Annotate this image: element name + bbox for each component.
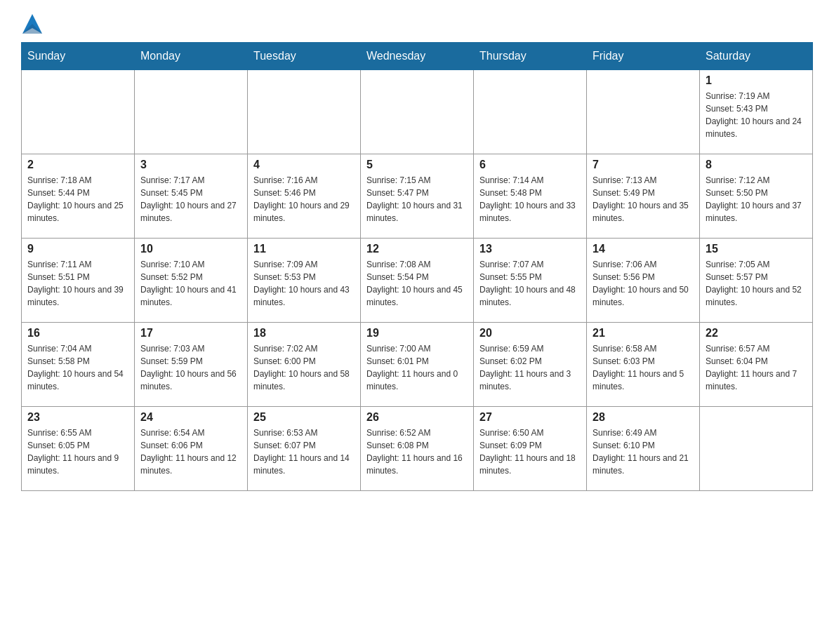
calendar-cell — [361, 70, 474, 154]
calendar-cell: 9Sunrise: 7:11 AM Sunset: 5:51 PM Daylig… — [22, 239, 135, 323]
day-number: 24 — [140, 411, 241, 424]
day-info: Sunrise: 7:17 AM Sunset: 5:45 PM Dayligh… — [140, 174, 241, 224]
calendar-week-1: 1Sunrise: 7:19 AM Sunset: 5:43 PM Daylig… — [22, 70, 813, 154]
day-number: 28 — [593, 411, 694, 424]
day-info: Sunrise: 7:07 AM Sunset: 5:55 PM Dayligh… — [479, 258, 581, 309]
day-number: 5 — [366, 159, 468, 171]
day-info: Sunrise: 7:00 AM Sunset: 6:01 PM Dayligh… — [366, 342, 468, 393]
calendar-cell: 24Sunrise: 6:54 AM Sunset: 6:06 PM Dayli… — [135, 407, 248, 491]
day-header-tuesday: Tuesday — [248, 43, 361, 70]
day-number: 9 — [27, 243, 128, 255]
calendar-cell — [135, 70, 248, 154]
calendar-cell: 27Sunrise: 6:50 AM Sunset: 6:09 PM Dayli… — [474, 407, 587, 491]
day-number: 13 — [479, 243, 581, 255]
calendar-cell: 28Sunrise: 6:49 AM Sunset: 6:10 PM Dayli… — [587, 407, 700, 491]
day-info: Sunrise: 6:55 AM Sunset: 6:05 PM Dayligh… — [27, 427, 128, 477]
day-header-monday: Monday — [135, 43, 248, 70]
day-info: Sunrise: 6:52 AM Sunset: 6:08 PM Dayligh… — [366, 427, 468, 477]
day-number: 1 — [706, 74, 807, 87]
day-info: Sunrise: 6:57 AM Sunset: 6:04 PM Dayligh… — [706, 342, 807, 393]
calendar-cell: 5Sunrise: 7:15 AM Sunset: 5:47 PM Daylig… — [361, 154, 474, 239]
day-number: 7 — [593, 159, 694, 171]
calendar-cell: 21Sunrise: 6:58 AM Sunset: 6:03 PM Dayli… — [587, 323, 700, 407]
day-info: Sunrise: 6:54 AM Sunset: 6:06 PM Dayligh… — [140, 427, 241, 477]
calendar-cell: 15Sunrise: 7:05 AM Sunset: 5:57 PM Dayli… — [700, 239, 813, 323]
calendar-cell: 7Sunrise: 7:13 AM Sunset: 5:49 PM Daylig… — [587, 154, 700, 239]
calendar-cell: 8Sunrise: 7:12 AM Sunset: 5:50 PM Daylig… — [700, 154, 813, 239]
calendar-cell: 18Sunrise: 7:02 AM Sunset: 6:00 PM Dayli… — [248, 323, 361, 407]
calendar-cell: 11Sunrise: 7:09 AM Sunset: 5:53 PM Dayli… — [248, 239, 361, 323]
day-number: 2 — [27, 159, 128, 171]
calendar-cell: 10Sunrise: 7:10 AM Sunset: 5:52 PM Dayli… — [135, 239, 248, 323]
calendar-cell: 20Sunrise: 6:59 AM Sunset: 6:02 PM Dayli… — [474, 323, 587, 407]
day-number: 22 — [706, 327, 807, 340]
day-info: Sunrise: 7:18 AM Sunset: 5:44 PM Dayligh… — [27, 174, 128, 224]
calendar-cell — [474, 70, 587, 154]
day-info: Sunrise: 7:09 AM Sunset: 5:53 PM Dayligh… — [253, 258, 355, 309]
calendar-cell: 23Sunrise: 6:55 AM Sunset: 6:05 PM Dayli… — [22, 407, 135, 491]
day-number: 14 — [593, 243, 694, 255]
day-number: 27 — [479, 411, 581, 424]
day-number: 8 — [706, 159, 807, 171]
day-info: Sunrise: 6:50 AM Sunset: 6:09 PM Dayligh… — [479, 427, 581, 477]
day-info: Sunrise: 7:15 AM Sunset: 5:47 PM Dayligh… — [366, 174, 468, 224]
day-number: 4 — [253, 159, 355, 171]
day-info: Sunrise: 7:12 AM Sunset: 5:50 PM Dayligh… — [706, 174, 807, 224]
day-number: 17 — [140, 327, 241, 340]
day-info: Sunrise: 6:49 AM Sunset: 6:10 PM Dayligh… — [593, 427, 694, 477]
day-header-thursday: Thursday — [474, 43, 587, 70]
calendar-cell — [22, 70, 135, 154]
day-info: Sunrise: 7:14 AM Sunset: 5:48 PM Dayligh… — [479, 174, 581, 224]
day-header-sunday: Sunday — [22, 43, 135, 70]
calendar-cell: 1Sunrise: 7:19 AM Sunset: 5:43 PM Daylig… — [700, 70, 813, 154]
calendar-cell: 25Sunrise: 6:53 AM Sunset: 6:07 PM Dayli… — [248, 407, 361, 491]
calendar-table: SundayMondayTuesdayWednesdayThursdayFrid… — [21, 42, 813, 491]
calendar-cell: 16Sunrise: 7:04 AM Sunset: 5:58 PM Dayli… — [22, 323, 135, 407]
day-info: Sunrise: 7:11 AM Sunset: 5:51 PM Dayligh… — [27, 258, 128, 309]
day-number: 3 — [140, 159, 241, 171]
day-info: Sunrise: 7:13 AM Sunset: 5:49 PM Dayligh… — [593, 174, 694, 224]
calendar-cell: 17Sunrise: 7:03 AM Sunset: 5:59 PM Dayli… — [135, 323, 248, 407]
logo — [21, 14, 42, 34]
day-number: 21 — [593, 327, 694, 340]
day-number: 18 — [253, 327, 355, 340]
day-info: Sunrise: 6:59 AM Sunset: 6:02 PM Dayligh… — [479, 342, 581, 393]
day-info: Sunrise: 7:02 AM Sunset: 6:00 PM Dayligh… — [253, 342, 355, 393]
calendar-week-4: 16Sunrise: 7:04 AM Sunset: 5:58 PM Dayli… — [22, 323, 813, 407]
day-number: 19 — [366, 327, 468, 340]
day-header-wednesday: Wednesday — [361, 43, 474, 70]
day-number: 10 — [140, 243, 241, 255]
calendar-cell: 6Sunrise: 7:14 AM Sunset: 5:48 PM Daylig… — [474, 154, 587, 239]
logo-icon — [22, 14, 42, 34]
day-number: 16 — [27, 327, 128, 340]
day-header-saturday: Saturday — [700, 43, 813, 70]
day-info: Sunrise: 7:04 AM Sunset: 5:58 PM Dayligh… — [27, 342, 128, 393]
day-info: Sunrise: 7:19 AM Sunset: 5:43 PM Dayligh… — [706, 90, 807, 140]
calendar-cell: 2Sunrise: 7:18 AM Sunset: 5:44 PM Daylig… — [22, 154, 135, 239]
day-info: Sunrise: 6:53 AM Sunset: 6:07 PM Dayligh… — [253, 427, 355, 477]
day-info: Sunrise: 7:05 AM Sunset: 5:57 PM Dayligh… — [706, 258, 807, 309]
day-info: Sunrise: 7:16 AM Sunset: 5:46 PM Dayligh… — [253, 174, 355, 224]
day-number: 6 — [479, 159, 581, 171]
day-number: 23 — [27, 411, 128, 424]
day-info: Sunrise: 7:06 AM Sunset: 5:56 PM Dayligh… — [593, 258, 694, 309]
calendar-week-2: 2Sunrise: 7:18 AM Sunset: 5:44 PM Daylig… — [22, 154, 813, 239]
day-info: Sunrise: 7:08 AM Sunset: 5:54 PM Dayligh… — [366, 258, 468, 309]
day-number: 11 — [253, 243, 355, 255]
day-number: 25 — [253, 411, 355, 424]
day-number: 20 — [479, 327, 581, 340]
calendar-cell — [248, 70, 361, 154]
day-number: 15 — [706, 243, 807, 255]
calendar-cell — [700, 407, 813, 491]
calendar-week-5: 23Sunrise: 6:55 AM Sunset: 6:05 PM Dayli… — [22, 407, 813, 491]
calendar-cell: 4Sunrise: 7:16 AM Sunset: 5:46 PM Daylig… — [248, 154, 361, 239]
day-info: Sunrise: 7:10 AM Sunset: 5:52 PM Dayligh… — [140, 258, 241, 309]
calendar-cell: 3Sunrise: 7:17 AM Sunset: 5:45 PM Daylig… — [135, 154, 248, 239]
day-header-friday: Friday — [587, 43, 700, 70]
calendar-header-row: SundayMondayTuesdayWednesdayThursdayFrid… — [22, 43, 813, 70]
page-header — [21, 14, 813, 34]
calendar-cell: 14Sunrise: 7:06 AM Sunset: 5:56 PM Dayli… — [587, 239, 700, 323]
calendar-cell: 12Sunrise: 7:08 AM Sunset: 5:54 PM Dayli… — [361, 239, 474, 323]
calendar-cell — [587, 70, 700, 154]
calendar-week-3: 9Sunrise: 7:11 AM Sunset: 5:51 PM Daylig… — [22, 239, 813, 323]
